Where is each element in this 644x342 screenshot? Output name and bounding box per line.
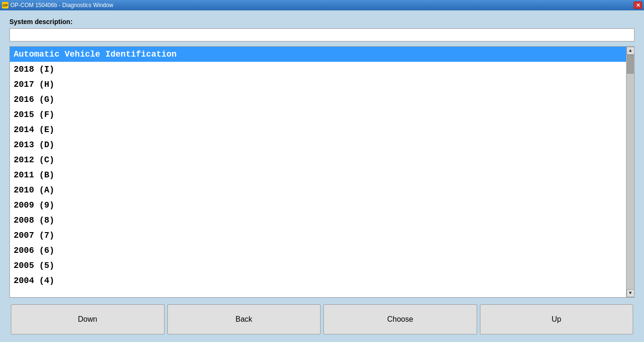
list-item[interactable]: 2011 (B) [10, 167, 626, 183]
choose-button[interactable]: Choose [323, 304, 477, 334]
list-item[interactable]: 2005 (5) [10, 258, 626, 273]
list-item[interactable]: 2007 (7) [10, 228, 626, 243]
scrollbar[interactable]: ▲ ▼ [626, 47, 634, 297]
buttons-row: Down Back Choose Up [9, 304, 635, 334]
list-item[interactable]: 2017 (H) [10, 77, 626, 92]
list-item[interactable]: 2012 (C) [10, 152, 626, 167]
system-description-label: System description: [9, 18, 635, 25]
list-item[interactable]: 2013 (D) [10, 137, 626, 152]
list-item[interactable]: 2015 (F) [10, 107, 626, 122]
title-bar: OP OP-COM 150406b - Diagnostics Window ✕ [0, 0, 644, 10]
list-item[interactable]: 2016 (G) [10, 92, 626, 107]
list-item[interactable]: 2018 (I) [10, 62, 626, 77]
app-icon: OP [2, 2, 8, 8]
main-content: System description: Automatic Vehicle Id… [0, 10, 644, 342]
scroll-down-button[interactable]: ▼ [627, 289, 635, 297]
list-box[interactable]: Automatic Vehicle Identification2018 (I)… [10, 47, 626, 297]
list-item[interactable]: 2004 (4) [10, 273, 626, 288]
title-bar-left: OP OP-COM 150406b - Diagnostics Window [2, 2, 113, 8]
close-button[interactable]: ✕ [634, 1, 642, 9]
up-button[interactable]: Up [480, 304, 634, 334]
list-item[interactable]: 2014 (E) [10, 122, 626, 137]
scroll-track[interactable] [627, 55, 634, 289]
down-button[interactable]: Down [11, 304, 165, 334]
list-container: Automatic Vehicle Identification2018 (I)… [9, 46, 635, 298]
system-description-input[interactable] [9, 28, 635, 42]
list-item[interactable]: 2009 (9) [10, 198, 626, 213]
scroll-up-button[interactable]: ▲ [627, 47, 635, 55]
list-item[interactable]: 2010 (A) [10, 183, 626, 198]
list-item[interactable]: Automatic Vehicle Identification [10, 47, 626, 62]
list-item[interactable]: 2008 (8) [10, 213, 626, 228]
back-button[interactable]: Back [167, 304, 321, 334]
scroll-thumb[interactable] [627, 55, 634, 74]
list-item[interactable]: 2006 (6) [10, 243, 626, 258]
window-title: OP-COM 150406b - Diagnostics Window [10, 2, 113, 8]
